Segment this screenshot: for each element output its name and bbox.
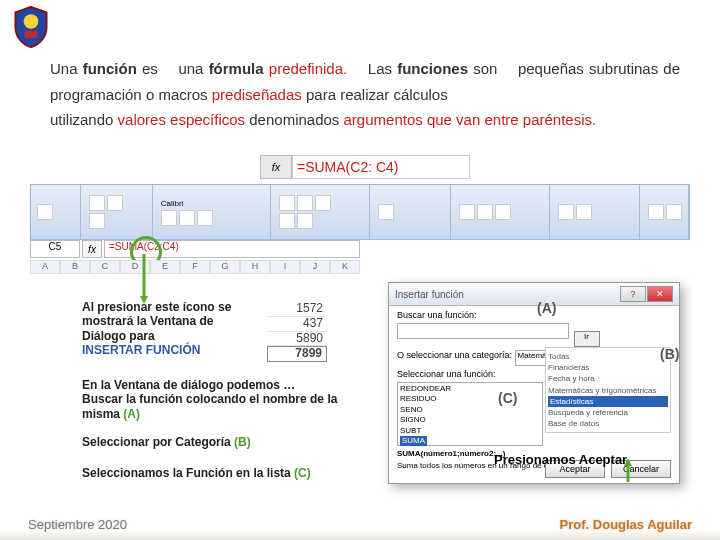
excel-ribbon: Calibri [30,184,690,240]
office-button-icon [37,204,53,220]
callout-category: Seleccionar por Categoría (B) [82,435,362,449]
marker-a: (A) [537,300,556,316]
fx-icon: fx [260,155,292,179]
arrow-accept [618,458,638,490]
svg-point-0 [24,14,39,29]
dialog-title-bar: Insertar función ? ✕ [389,283,679,306]
sheet-values: 1572 437 5890 7899 [267,302,327,362]
column-headers: ABCDEFGHIJK [30,260,360,274]
main-paragraph: Una función es una fórmula predefinida. … [50,56,680,133]
insert-function-button[interactable]: fx [82,240,102,258]
search-label: Buscar una función: [397,310,671,320]
svg-marker-5 [624,458,632,466]
function-list[interactable]: REDONDEAR RESIDUO SENO SIGNO SUBT SUMA [397,382,543,446]
category-dropdown[interactable]: Todas Financieras Fecha y hora Matemátic… [545,347,671,433]
search-input[interactable] [397,323,569,339]
press-accept-label: Presionamos Aceptar [494,452,627,467]
formula-bar-small: C5 fx =SUMA(C2:C4) [30,240,360,258]
help-icon[interactable]: ? [620,286,646,302]
marker-b: (B) [660,346,679,362]
footer-date: Septiembre 2020 [28,517,127,532]
name-box: C5 [30,240,80,258]
marker-c: (C) [498,390,517,406]
go-button[interactable]: Ir [574,331,600,347]
formula-bar-large: fx =SUMA(C2: C4) [260,156,470,178]
school-logo [12,5,50,49]
svg-marker-3 [140,296,148,304]
arrow-fx-to-callout [140,250,170,309]
formula-text: =SUMA(C2: C4) [292,155,470,179]
footer-author: Prof. Douglas Aguilar [560,517,692,532]
callout-search: En la Ventana de diálogo podemos … Busca… [82,378,372,421]
close-icon[interactable]: ✕ [647,286,673,302]
category-label: O seleccionar una categoría: [397,350,512,360]
callout-list: Seleccionamos la Función en la lista (C) [82,466,382,480]
svg-rect-1 [25,31,38,38]
